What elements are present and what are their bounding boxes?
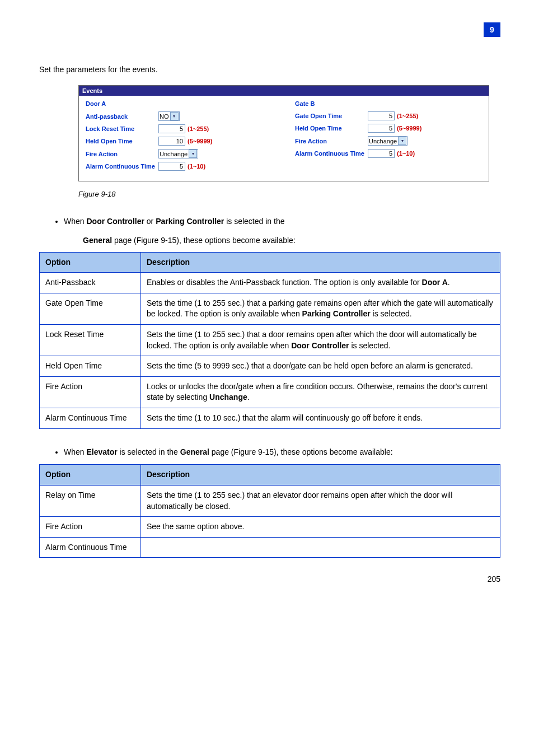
fireaction-b-label: Fire Action	[295, 138, 368, 144]
heldopen-a-input[interactable]	[158, 137, 185, 146]
lockreset-input[interactable]	[158, 124, 185, 133]
fireaction-b-select[interactable]: Unchange▾	[368, 136, 407, 146]
chevron-down-icon: ▾	[170, 112, 179, 120]
table-row: Alarm Continuous Time Sets the time (1 t…	[40, 408, 500, 428]
events-panel: Events Door A Anti-passback NO▾ Lock Res…	[78, 85, 489, 181]
table-row: Alarm Continuous Time	[40, 537, 500, 558]
gate-b-heading: Gate B	[295, 100, 482, 107]
th-description: Description	[141, 465, 500, 486]
table-row: Relay on Time Sets the time (1 to 255 se…	[40, 485, 500, 516]
bullet-elevator: When Elevator is selected in the General…	[64, 446, 500, 459]
table-row: Fire Action Locks or unlocks the door/ga…	[40, 376, 500, 408]
heldopen-b-input[interactable]	[368, 124, 395, 133]
door-a-heading: Door A	[86, 100, 273, 107]
heldopen-a-label: Held Open Time	[86, 138, 158, 144]
bullet1-continued: General page (Figure 9-15), these option…	[83, 234, 500, 248]
events-title: Events	[79, 86, 489, 96]
lockreset-label: Lock Reset Time	[86, 125, 158, 132]
th-description: Description	[141, 252, 500, 273]
antipassback-select[interactable]: NO▾	[158, 111, 180, 121]
alarmcont-b-input[interactable]	[368, 149, 395, 158]
figure-caption: Figure 9-18	[78, 190, 500, 198]
heldopen-b-label: Held Open Time	[295, 125, 368, 132]
table-row: Held Open Time Sets the time (5 to 9999 …	[40, 356, 500, 377]
antipassback-label: Anti-passback	[86, 113, 158, 120]
page-number: 205	[39, 575, 500, 584]
alarmcont-b-label: Alarm Continuous Time	[295, 150, 368, 157]
alarmcont-b-range: (1~10)	[397, 150, 415, 157]
section-heading: Set the parameters for the events.	[39, 65, 500, 74]
gateopen-input[interactable]	[368, 111, 395, 120]
heldopen-a-range: (5~9999)	[188, 138, 212, 144]
th-option: Option	[40, 252, 141, 273]
chevron-down-icon: ▾	[189, 150, 197, 158]
alarmcont-a-label: Alarm Continuous Time	[86, 163, 158, 170]
chevron-down-icon: ▾	[398, 137, 406, 145]
table-row: Fire Action See the same option above.	[40, 517, 500, 538]
options-table-elevator: Option Description Relay on Time Sets th…	[39, 464, 500, 558]
options-table-door: Option Description Anti-Passback Enables…	[39, 252, 500, 429]
gateopen-label: Gate Open Time	[295, 113, 368, 119]
table-row: Gate Open Time Sets the time (1 to 255 s…	[40, 293, 500, 324]
heldopen-b-range: (5~9999)	[397, 125, 421, 132]
th-option: Option	[40, 465, 141, 486]
bullet-door-parking: When Door Controller or Parking Controll…	[64, 215, 500, 228]
alarmcont-a-input[interactable]	[158, 162, 185, 171]
gateopen-range: (1~255)	[397, 113, 418, 119]
lockreset-range: (1~255)	[188, 125, 209, 132]
table-row: Lock Reset Time Sets the time (1 to 255 …	[40, 324, 500, 356]
alarmcont-a-range: (1~10)	[188, 163, 205, 170]
chapter-badge: 9	[484, 22, 500, 37]
fireaction-a-label: Fire Action	[86, 151, 158, 157]
table-row: Anti-Passback Enables or disables the An…	[40, 273, 500, 293]
fireaction-a-select[interactable]: Unchange▾	[158, 149, 198, 158]
